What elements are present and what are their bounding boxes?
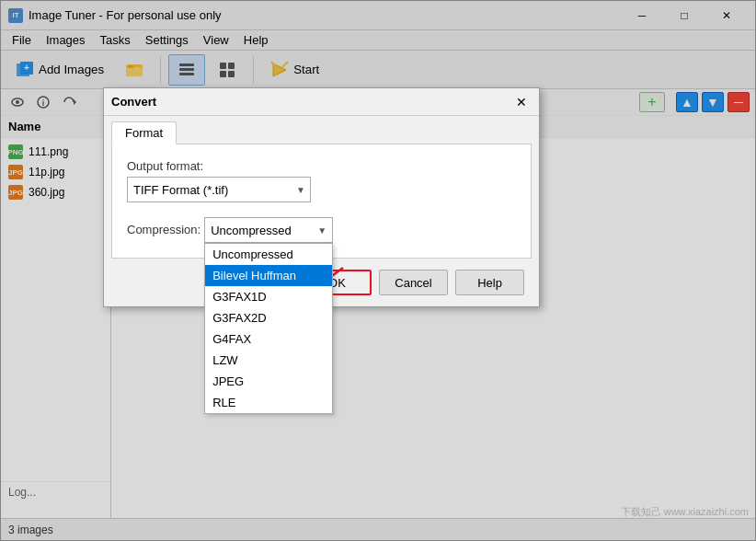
dialog-overlay: Convert ✕ Format Output format: TIFF For… bbox=[0, 0, 756, 541]
convert-dialog: Convert ✕ Format Output format: TIFF For… bbox=[103, 87, 540, 307]
compression-label: Compression: bbox=[127, 217, 200, 236]
dropdown-item-g4fax[interactable]: G4FAX bbox=[205, 328, 332, 350]
dropdown-item-jpeg[interactable]: JPEG bbox=[205, 371, 332, 392]
dialog-body: Output format: TIFF Format (*.tif) JPEG … bbox=[111, 144, 532, 259]
dialog-title: Convert bbox=[111, 95, 511, 109]
compression-row: Compression: Uncompressed ▼ Uncompressed… bbox=[127, 217, 516, 243]
output-format-label: Output format: bbox=[127, 159, 516, 173]
compression-value: Uncompressed bbox=[211, 224, 291, 237]
dropdown-item-bilevel[interactable]: Bilevel Huffman bbox=[205, 265, 332, 286]
help-button[interactable]: Help bbox=[455, 270, 524, 295]
tab-format[interactable]: Format bbox=[111, 121, 177, 144]
dropdown-item-g3fax2d[interactable]: G3FAX2D bbox=[205, 307, 332, 328]
dropdown-arrow-icon: ▼ bbox=[317, 225, 326, 236]
cancel-button[interactable]: Cancel bbox=[379, 270, 448, 295]
compression-dropdown-list: Uncompressed Bilevel Huffman G3FAX1D G3F… bbox=[204, 243, 333, 414]
dropdown-item-lzw[interactable]: LZW bbox=[205, 350, 332, 371]
compression-dropdown-trigger[interactable]: Uncompressed ▼ bbox=[204, 217, 333, 243]
dialog-title-bar: Convert ✕ bbox=[104, 88, 539, 116]
compression-dropdown-container: Uncompressed ▼ Uncompressed Bilevel Huff… bbox=[204, 217, 333, 243]
dialog-tab-strip: Format bbox=[104, 116, 539, 144]
output-format-wrapper: TIFF Format (*.tif) JPEG Format (*.jpg) … bbox=[127, 177, 311, 202]
dialog-close-button[interactable]: ✕ bbox=[511, 92, 532, 112]
dropdown-item-rle[interactable]: RLE bbox=[205, 392, 332, 413]
dropdown-item-uncompressed[interactable]: Uncompressed bbox=[205, 244, 332, 265]
output-format-select[interactable]: TIFF Format (*.tif) JPEG Format (*.jpg) … bbox=[127, 177, 311, 202]
dropdown-item-g3fax1d[interactable]: G3FAX1D bbox=[205, 286, 332, 307]
